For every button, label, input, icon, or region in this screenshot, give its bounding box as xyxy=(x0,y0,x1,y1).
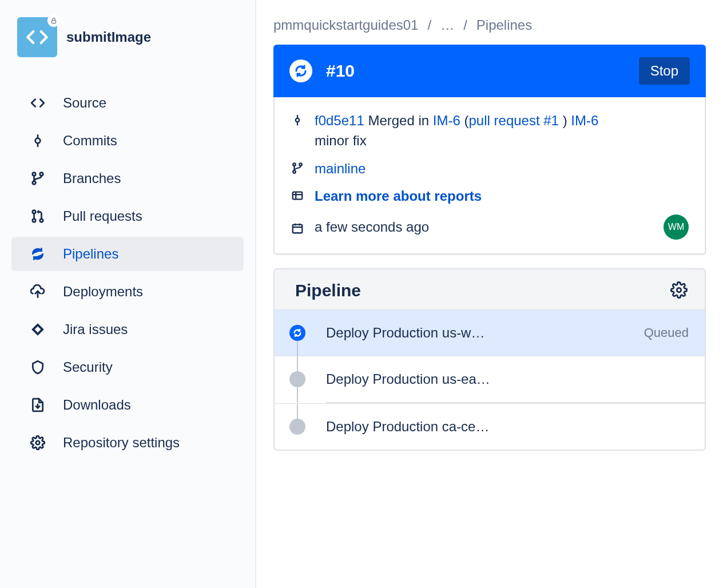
stage-status: Queued xyxy=(644,325,689,340)
commit-message: f0d5e11 Merged in IM-6 (pull request #1 … xyxy=(315,111,689,151)
user-avatar[interactable]: WM xyxy=(664,214,689,240)
sidebar-item-security[interactable]: Security xyxy=(11,350,244,384)
sidebar: submitImage Source Commits Branches Pull… xyxy=(0,0,256,588)
commit-row: f0d5e11 Merged in IM-6 (pull request #1 … xyxy=(291,111,689,151)
branch-link[interactable]: mainline xyxy=(315,161,366,176)
svg-point-17 xyxy=(299,163,302,166)
commits-icon xyxy=(30,133,46,149)
sidebar-item-label: Repository settings xyxy=(63,435,180,451)
svg-point-13 xyxy=(296,118,299,122)
repo-logo xyxy=(17,17,57,57)
branch-row: mainline xyxy=(291,159,689,179)
svg-rect-22 xyxy=(293,225,303,233)
breadcrumb-sep: / xyxy=(427,17,431,33)
svg-point-26 xyxy=(677,288,681,292)
stage-status-running-icon xyxy=(289,325,305,341)
svg-point-16 xyxy=(293,163,296,166)
paren-close: ) xyxy=(563,113,567,128)
run-time: a few seconds ago xyxy=(315,217,653,237)
pipeline-settings-button[interactable] xyxy=(670,281,689,300)
pull-requests-icon xyxy=(30,208,46,224)
repo-name: submitImage xyxy=(66,29,151,45)
pipeline-stages-card: Pipeline Deploy Production us-w… Queued … xyxy=(273,268,706,451)
svg-point-5 xyxy=(40,173,43,176)
pipeline-title: Pipeline xyxy=(295,281,361,300)
pr-link[interactable]: pull request #1 xyxy=(469,113,559,128)
breadcrumb-project[interactable]: pmmquickstartguides01 xyxy=(273,17,418,33)
commit-icon xyxy=(291,113,304,127)
sidebar-item-label: Downloads xyxy=(63,397,131,413)
sidebar-item-repo-settings[interactable]: Repository settings xyxy=(11,426,244,460)
svg-point-8 xyxy=(33,219,35,222)
sidebar-item-label: Branches xyxy=(63,170,121,186)
reports-link[interactable]: Learn more about reports xyxy=(315,188,482,204)
breadcrumb-current[interactable]: Pipelines xyxy=(476,17,532,33)
lock-icon xyxy=(50,17,57,24)
paren-open: ( xyxy=(464,113,469,128)
stage-status-pending-icon xyxy=(289,419,305,435)
branch-icon xyxy=(291,161,304,175)
sidebar-header: submitImage xyxy=(11,17,244,57)
sidebar-item-pipelines[interactable]: Pipelines xyxy=(11,237,244,271)
main-content: pmmquickstartguides01 / … / Pipelines #1… xyxy=(256,0,723,588)
stage-name: Deploy Production us-ea… xyxy=(326,371,689,387)
svg-point-6 xyxy=(33,181,35,184)
private-lock-badge xyxy=(47,14,60,27)
calendar-icon xyxy=(291,221,304,235)
stop-button[interactable]: Stop xyxy=(639,57,690,85)
sidebar-item-label: Commits xyxy=(63,133,117,149)
issue-link-2[interactable]: IM-6 xyxy=(571,113,598,128)
svg-point-7 xyxy=(33,210,35,213)
svg-rect-19 xyxy=(293,192,303,200)
stage-status-pending-icon xyxy=(289,371,305,387)
svg-rect-0 xyxy=(52,21,56,23)
pipeline-stage[interactable]: Deploy Production ca-ce… xyxy=(275,403,705,450)
commit-msg-line2: minor fix xyxy=(315,133,367,148)
downloads-icon xyxy=(30,397,46,413)
report-icon xyxy=(291,189,304,202)
sidebar-item-label: Pull requests xyxy=(63,208,142,224)
svg-point-9 xyxy=(40,219,43,222)
run-number: #10 xyxy=(326,61,625,81)
sidebar-nav: Source Commits Branches Pull requests Pi… xyxy=(11,86,244,460)
stage-name: Deploy Production ca-ce… xyxy=(326,419,689,435)
sidebar-item-label: Pipelines xyxy=(63,246,118,262)
svg-point-18 xyxy=(293,170,296,173)
sidebar-item-source[interactable]: Source xyxy=(11,86,244,120)
branches-icon xyxy=(30,170,46,186)
issue-link[interactable]: IM-6 xyxy=(433,113,460,128)
commit-msg-prefix: Merged in xyxy=(368,113,429,128)
source-icon xyxy=(30,95,46,111)
time-row: a few seconds ago WM xyxy=(291,214,689,240)
breadcrumb-middle[interactable]: … xyxy=(440,17,454,33)
pipeline-stage[interactable]: Deploy Production us-ea… xyxy=(275,356,705,402)
stage-name: Deploy Production us-w… xyxy=(326,325,623,341)
svg-point-12 xyxy=(36,441,40,445)
gear-icon xyxy=(30,435,46,451)
sidebar-item-deployments[interactable]: Deployments xyxy=(11,275,244,309)
gear-icon xyxy=(670,281,688,299)
svg-point-4 xyxy=(33,173,35,176)
code-icon xyxy=(26,26,49,49)
jira-icon xyxy=(30,321,46,337)
sidebar-item-label: Deployments xyxy=(63,284,143,300)
pipeline-run-header: #10 Stop xyxy=(273,45,706,97)
svg-point-1 xyxy=(35,138,41,144)
pipeline-stage[interactable]: Deploy Production us-w… Queued xyxy=(275,309,705,356)
sidebar-item-pull-requests[interactable]: Pull requests xyxy=(11,199,244,233)
reports-row: Learn more about reports xyxy=(291,186,689,206)
pipeline-card-header: Pipeline xyxy=(275,281,705,309)
sidebar-item-commits[interactable]: Commits xyxy=(11,124,244,158)
sidebar-item-label: Source xyxy=(63,95,106,111)
run-details-card: f0d5e11 Merged in IM-6 (pull request #1 … xyxy=(273,97,706,255)
running-status-icon xyxy=(289,59,312,82)
sidebar-item-label: Jira issues xyxy=(63,321,128,337)
deployments-icon xyxy=(30,284,46,300)
breadcrumb-sep: / xyxy=(463,17,467,33)
sidebar-item-label: Security xyxy=(63,359,113,375)
pipelines-icon xyxy=(30,246,46,262)
commit-hash-link[interactable]: f0d5e11 xyxy=(315,113,364,128)
sidebar-item-jira-issues[interactable]: Jira issues xyxy=(11,312,244,347)
sidebar-item-downloads[interactable]: Downloads xyxy=(11,388,244,422)
sidebar-item-branches[interactable]: Branches xyxy=(11,161,244,196)
